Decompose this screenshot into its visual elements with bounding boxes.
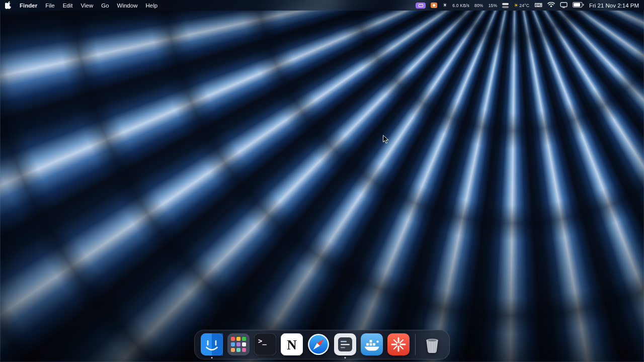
network-speed-stat[interactable]: 6.0 KB/s xyxy=(452,3,469,8)
dock-item-asterisk-app[interactable] xyxy=(387,333,410,355)
keyboard-icon[interactable]: ⌨ xyxy=(534,3,542,8)
desktop-wallpaper xyxy=(0,0,644,362)
finder-icon xyxy=(201,333,223,355)
dock-divider xyxy=(415,334,416,355)
recording-indicator-icon[interactable] xyxy=(431,3,437,8)
cpu-usage-stat[interactable]: 15% xyxy=(489,3,498,8)
record-dot-icon xyxy=(433,4,435,7)
terminal-icon: >_ xyxy=(254,333,276,355)
temperature-value: 24°C xyxy=(519,3,529,8)
weather-sun-icon: ☀ xyxy=(514,3,518,8)
weather-widget[interactable]: ☀24°C xyxy=(514,3,529,8)
screen-icon xyxy=(419,4,423,7)
dock-item-docker[interactable] xyxy=(361,333,383,355)
safari-icon xyxy=(307,333,330,355)
active-app-name[interactable]: Finder xyxy=(20,3,37,9)
editor-icon xyxy=(334,333,356,355)
brightness-icon[interactable]: ☀ xyxy=(442,3,447,8)
menu-go[interactable]: Go xyxy=(101,3,109,9)
dock-item-terminal[interactable]: >_ xyxy=(254,333,276,355)
running-indicator xyxy=(211,357,213,358)
dock-item-launchpad[interactable] xyxy=(227,333,250,355)
dock-item-finder[interactable] xyxy=(201,333,223,355)
screen-sharing-indicator-icon[interactable] xyxy=(416,3,426,9)
control-center-icon[interactable] xyxy=(502,3,509,8)
menu-file[interactable]: File xyxy=(45,3,55,9)
menu-help[interactable]: Help xyxy=(145,3,157,9)
asterisk-app-icon xyxy=(387,333,410,355)
dock-item-trash[interactable] xyxy=(421,333,443,355)
wifi-icon[interactable] xyxy=(547,2,555,9)
running-indicator xyxy=(345,357,346,358)
dock-item-editor[interactable] xyxy=(334,333,356,355)
display-icon[interactable] xyxy=(560,2,568,9)
svg-text:>_: >_ xyxy=(258,337,267,345)
menu-bar-clock[interactable]: Fri 21 Nov 2:14 PM xyxy=(589,3,639,9)
battery-icon[interactable] xyxy=(573,2,584,9)
menu-edit[interactable]: Edit xyxy=(63,3,73,9)
svg-text:N: N xyxy=(287,337,297,352)
trash-icon xyxy=(421,333,443,355)
menu-view[interactable]: View xyxy=(81,3,94,9)
launchpad-icon xyxy=(227,333,250,355)
dock-item-notion[interactable]: N xyxy=(281,333,303,355)
docker-icon xyxy=(361,333,383,355)
menu-bar: Finder File Edit View Go Window Help ☀ 6… xyxy=(0,0,644,11)
memory-usage-stat[interactable]: 80% xyxy=(474,3,484,8)
apple-menu-icon[interactable] xyxy=(5,2,12,9)
notion-icon: N xyxy=(281,333,303,355)
dock: >_ N xyxy=(194,330,450,359)
dock-item-safari[interactable] xyxy=(307,333,330,355)
menu-window[interactable]: Window xyxy=(117,3,138,9)
